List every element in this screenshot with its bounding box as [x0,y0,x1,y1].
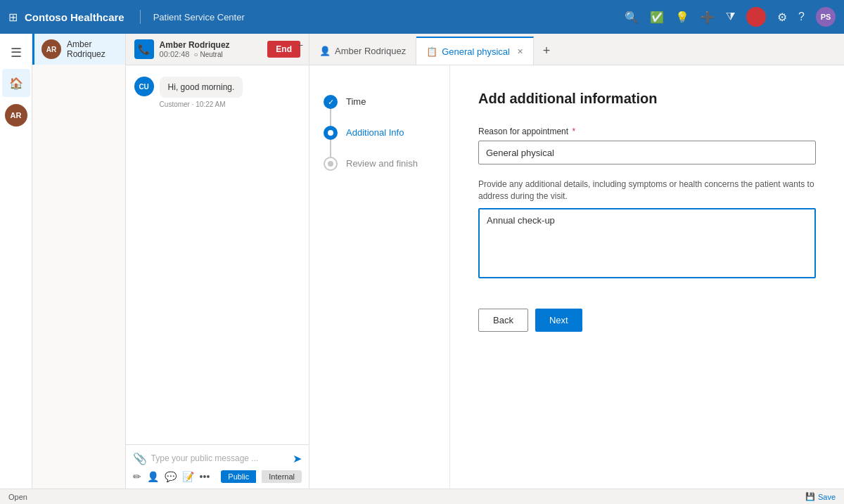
app-grid-icon[interactable]: ⊞ [8,11,18,24]
save-disk-icon: 💾 [805,492,815,501]
form-area: Add additional information Reason for ap… [450,65,844,489]
filter-icon[interactable]: ⧩ [726,11,735,23]
step-review: Review and finish [324,148,435,179]
minimize-button[interactable]: − [298,39,303,51]
sidebar-item-home[interactable]: 🏠 [2,69,30,97]
chat-panel: 📞 Amber Rodriquez 00:02:48 ○ Neutral End… [126,34,309,489]
list-item[interactable]: AR Amber Rodriquez [32,34,125,65]
caller-info: Amber Rodriquez 00:02:48 ○ Neutral [160,40,262,58]
settings-icon[interactable]: ⚙ [777,11,787,24]
plus-icon[interactable]: ➕ [701,11,715,24]
send-icon[interactable]: ➤ [293,452,302,465]
tab-add-button[interactable]: + [534,37,559,65]
message-avatar: CU [134,77,154,96]
sentiment-badge: ○ Neutral [193,51,222,58]
status-bar: Open 💾 Save [0,489,844,504]
notification-dot[interactable] [746,7,766,27]
caller-meta: 00:02:48 ○ Neutral [160,50,262,58]
content-area: 👤 Amber Rodriquez 📋 General physical ✕ +… [309,34,844,489]
tab-bar: 👤 Amber Rodriquez 📋 General physical ✕ + [309,34,844,65]
end-call-button[interactable]: End [267,41,300,58]
status-bar-right: 💾 Save [805,492,836,501]
tab-person-icon: 👤 [319,46,331,56]
message-text: Hi, good morning. [160,77,243,98]
left-sidebar: ☰ 🏠 AR [0,34,32,489]
checkmark-circle-icon[interactable]: ✅ [650,11,664,24]
step-circle-time: ✓ [324,95,338,109]
lightbulb-icon[interactable]: 💡 [675,11,689,24]
save-button-bar[interactable]: 💾 Save [805,492,836,501]
step-circle-additional [324,126,338,140]
tab-general-physical[interactable]: 📋 General physical ✕ [416,37,534,65]
nav-divider [140,10,141,24]
chat-header: 📞 Amber Rodriquez 00:02:48 ○ Neutral End… [126,34,309,65]
status-open-label: Open [8,493,27,501]
chat-toolbar: ✏ 👤 💬 📝 ••• Public Internal [133,466,302,483]
notes-icon[interactable]: 📝 [182,471,194,482]
chat-input-row: 📎 ➤ [133,451,302,466]
chat-messages: CU Hi, good morning. Customer · 10:22 AM [126,65,309,444]
tab-label: General physical [442,46,510,57]
tab-public-button[interactable]: Public [221,470,256,483]
sentiment-icon: ○ [193,51,198,58]
user-avatar[interactable]: PS [816,7,836,27]
step-label-additional: Additional Info [346,126,404,138]
wizard-layout: ✓ Time Additional Info Review and finish [309,65,844,489]
details-field: Provide any additional details, includin… [478,179,816,280]
hamburger-menu-icon[interactable]: ☰ [5,39,27,66]
caller-icon: 📞 [134,39,154,59]
reason-label: Reason for appointment * [478,127,816,136]
search-icon[interactable]: 🔍 [625,11,639,24]
call-timer: 00:02:48 [160,50,190,58]
steps-panel: ✓ Time Additional Info Review and finish [309,65,450,489]
bubble-row: CU Hi, good morning. [134,77,300,98]
step-label-time: Time [346,95,366,107]
help-icon[interactable]: ? [798,11,805,23]
chat-input[interactable] [151,451,288,466]
compose-icon[interactable]: ✏ [133,471,141,482]
form-title: Add additional information [478,91,816,107]
required-asterisk: * [572,127,575,136]
details-textarea[interactable]: Annual check-up [478,208,816,278]
top-nav-right: 🔍 ✅ 💡 ➕ ⧩ ⚙ ? PS [625,7,836,27]
reason-field: Reason for appointment * [478,127,816,164]
message-meta: Customer · 10:22 AM [134,101,300,108]
service-center-label: Patient Service Center [153,12,245,22]
brand-name: Contoso Healthcare [25,11,124,23]
save-label: Save [818,493,836,501]
step-label-review: Review and finish [346,157,418,169]
tab-close-button[interactable]: ✕ [517,47,523,56]
step-additional-info: Additional Info [324,117,435,148]
person-icon[interactable]: 👤 [147,471,159,482]
step-circle-review [324,157,338,171]
main-layout: ☰ 🏠 AR AR Amber Rodriquez 📞 Amber Rodriq… [0,34,844,489]
top-nav-bar: ⊞ Contoso Healthcare Patient Service Cen… [0,0,844,34]
details-hint: Provide any additional details, includin… [478,179,816,202]
step-time: ✓ Time [324,86,435,117]
tab-clipboard-icon: 📋 [426,46,437,57]
attach-icon[interactable]: 📎 [133,452,147,465]
tab-internal-button[interactable]: Internal [262,470,302,483]
tab-label: Amber Rodriquez [335,46,406,56]
user-list-panel: AR Amber Rodriquez [32,34,126,489]
caller-name: Amber Rodriquez [160,40,262,50]
more-icon[interactable]: ••• [200,471,210,482]
form-actions: Back Next [478,309,816,332]
sidebar-user-avatar[interactable]: AR [5,104,27,127]
tab-amber-rodriquez[interactable]: 👤 Amber Rodriquez [309,37,416,65]
reason-input[interactable] [478,141,816,164]
message-item: CU Hi, good morning. Customer · 10:22 AM [134,77,300,108]
user-name: Amber Rodriquez [67,39,118,59]
chat-input-area: 📎 ➤ ✏ 👤 💬 📝 ••• Public Internal [126,444,309,489]
avatar: AR [41,39,61,59]
next-button[interactable]: Next [535,309,582,332]
chat-bubbles-icon[interactable]: 💬 [165,471,177,482]
back-button[interactable]: Back [478,309,528,332]
